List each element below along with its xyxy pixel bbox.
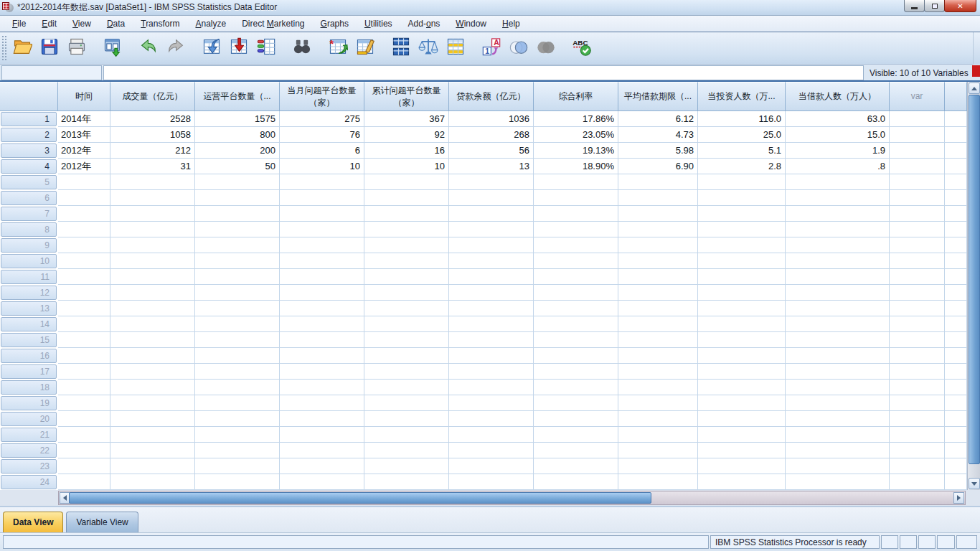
- data-cell[interactable]: [195, 332, 280, 348]
- data-cell[interactable]: [58, 348, 110, 364]
- data-cell[interactable]: [195, 206, 280, 222]
- data-cell[interactable]: [786, 395, 890, 411]
- data-cell[interactable]: [195, 301, 280, 316]
- goto-variable-button[interactable]: [225, 35, 253, 62]
- data-cell[interactable]: [890, 348, 945, 364]
- data-cell[interactable]: [110, 380, 195, 395]
- data-cell[interactable]: [698, 332, 786, 348]
- data-cell[interactable]: [449, 316, 534, 332]
- data-cell[interactable]: [364, 411, 449, 427]
- minimize-button[interactable]: [904, 0, 925, 12]
- data-cell[interactable]: [449, 348, 534, 364]
- data-cell[interactable]: 10: [280, 159, 364, 174]
- data-cell[interactable]: [280, 427, 364, 443]
- data-cell[interactable]: 2.8: [698, 159, 786, 174]
- data-cell[interactable]: [280, 395, 364, 411]
- data-cell[interactable]: [280, 285, 364, 301]
- data-cell[interactable]: [195, 364, 280, 380]
- row-header-13[interactable]: 13: [0, 301, 58, 316]
- data-cell[interactable]: [280, 443, 364, 458]
- data-cell[interactable]: .8: [786, 159, 890, 174]
- scroll-right-button[interactable]: [953, 492, 964, 504]
- data-cell[interactable]: [364, 206, 449, 222]
- column-header-8[interactable]: 平均借款期限（...: [618, 82, 698, 111]
- row-header-18[interactable]: 18: [0, 380, 58, 395]
- data-cell[interactable]: [449, 301, 534, 316]
- data-cell[interactable]: [534, 395, 618, 411]
- data-cell[interactable]: [618, 237, 698, 253]
- row-header-22[interactable]: 22: [0, 443, 58, 458]
- data-cell[interactable]: 1036: [449, 111, 534, 127]
- data-cell[interactable]: 92: [364, 127, 449, 143]
- data-cell[interactable]: 10: [364, 159, 449, 174]
- data-cell[interactable]: [786, 174, 890, 190]
- data-cell[interactable]: [449, 269, 534, 285]
- data-cell[interactable]: [110, 427, 195, 443]
- data-cell[interactable]: [618, 174, 698, 190]
- menu-utilities[interactable]: Utilities: [357, 17, 400, 31]
- data-cell[interactable]: [58, 427, 110, 443]
- data-cell[interactable]: 200: [195, 143, 280, 159]
- data-cell[interactable]: [195, 380, 280, 395]
- data-cell[interactable]: 1575: [195, 111, 280, 127]
- data-cell[interactable]: [110, 474, 195, 490]
- data-cell[interactable]: [534, 411, 618, 427]
- data-cell[interactable]: [618, 427, 698, 443]
- data-cell[interactable]: 25.0: [698, 127, 786, 143]
- open-data-button[interactable]: [9, 35, 36, 62]
- variables-button[interactable]: [253, 35, 280, 62]
- data-cell[interactable]: [786, 332, 890, 348]
- menu-transform[interactable]: Transform: [133, 17, 187, 31]
- data-cell[interactable]: [449, 411, 534, 427]
- menu-analyze[interactable]: Analyze: [187, 17, 234, 31]
- grid-corner-cell[interactable]: [0, 82, 58, 111]
- column-header-2[interactable]: 成交量（亿元）: [110, 82, 195, 111]
- data-cell[interactable]: [786, 348, 890, 364]
- data-cell[interactable]: [364, 348, 449, 364]
- data-cell[interactable]: [890, 253, 945, 269]
- close-button[interactable]: ✕: [944, 0, 976, 12]
- row-header-4[interactable]: 4: [0, 159, 58, 174]
- data-cell[interactable]: [449, 206, 534, 222]
- data-cell[interactable]: 367: [364, 111, 449, 127]
- data-cell[interactable]: [364, 301, 449, 316]
- data-cell[interactable]: [110, 222, 195, 237]
- data-cell[interactable]: [698, 474, 786, 490]
- data-cell[interactable]: [364, 427, 449, 443]
- print-button[interactable]: [63, 35, 90, 62]
- use-variable-sets-button[interactable]: [505, 35, 532, 62]
- data-cell[interactable]: [58, 458, 110, 474]
- data-cell[interactable]: [449, 190, 534, 206]
- data-cell[interactable]: [364, 190, 449, 206]
- data-cell[interactable]: [890, 316, 945, 332]
- row-header-12[interactable]: 12: [0, 285, 58, 301]
- data-cell[interactable]: [698, 364, 786, 380]
- find-button[interactable]: [288, 35, 316, 62]
- data-cell[interactable]: [890, 269, 945, 285]
- undo-button[interactable]: [135, 35, 162, 62]
- row-header-2[interactable]: 2: [0, 127, 58, 143]
- data-cell[interactable]: [618, 285, 698, 301]
- data-cell[interactable]: [195, 285, 280, 301]
- cell-editor-field[interactable]: [103, 65, 864, 80]
- data-cell[interactable]: 212: [110, 143, 195, 159]
- data-cell[interactable]: [110, 285, 195, 301]
- data-cell[interactable]: [534, 443, 618, 458]
- data-cell[interactable]: [698, 253, 786, 269]
- data-cell[interactable]: [58, 206, 110, 222]
- data-cell[interactable]: 16: [364, 143, 449, 159]
- data-cell[interactable]: [280, 253, 364, 269]
- value-labels-button[interactable]: A1: [478, 35, 505, 62]
- data-cell[interactable]: [698, 458, 786, 474]
- data-cell[interactable]: [786, 253, 890, 269]
- row-header-14[interactable]: 14: [0, 316, 58, 332]
- data-cell[interactable]: [534, 285, 618, 301]
- data-cell[interactable]: [364, 237, 449, 253]
- data-cell[interactable]: [58, 253, 110, 269]
- data-cell[interactable]: [364, 285, 449, 301]
- data-cell[interactable]: 116.0: [698, 111, 786, 127]
- data-cell[interactable]: [195, 443, 280, 458]
- data-cell[interactable]: [58, 237, 110, 253]
- menu-edit[interactable]: Edit: [34, 17, 65, 31]
- data-cell[interactable]: [698, 222, 786, 237]
